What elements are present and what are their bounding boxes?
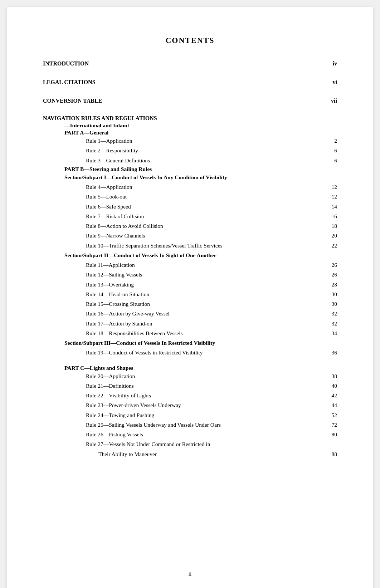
rule3-page: 6 bbox=[323, 156, 337, 165]
toc-rule15: Rule 15—Crossing Situation 30 bbox=[43, 300, 337, 308]
rule11-page: 26 bbox=[323, 261, 337, 269]
toc-rule19: Rule 19—Conduct of Vessels in Restricted… bbox=[43, 348, 337, 357]
toc-rule26: Rule 26—Fishing Vessels 80 bbox=[43, 430, 337, 438]
conversion-section: CONVERSION TABLE vii bbox=[43, 97, 337, 105]
rule12-label: Rule 12—Sailing Vessels bbox=[86, 270, 323, 279]
rule15-page: 30 bbox=[323, 300, 337, 308]
rule1-page: 2 bbox=[323, 137, 337, 145]
toc-rule27-line2: Their Ability to Maneuver 88 bbox=[43, 450, 337, 458]
toc-rule3: Rule 3—General Definitions 6 bbox=[43, 156, 337, 165]
rule1-label: Rule 1—Application bbox=[86, 137, 323, 145]
rule16-page: 32 bbox=[323, 309, 337, 318]
toc-rule12: Rule 12—Sailing Vessels 26 bbox=[43, 270, 337, 279]
rule9-page: 20 bbox=[323, 231, 337, 240]
rule23-page: 44 bbox=[323, 401, 337, 409]
rule12-page: 26 bbox=[323, 270, 337, 279]
rule10-label: Rule 10—Traffic Separation Schemes/Vesse… bbox=[86, 241, 323, 250]
rule25-label: Rule 25—Sailing Vessels Underway and Ves… bbox=[86, 421, 323, 429]
rule13-label: Rule 13—Overtaking bbox=[86, 280, 323, 289]
rule22-label: Rule 22—Visibility of Lights bbox=[86, 391, 323, 400]
part-c-rules: Rule 20—Application 38 Rule 21—Definitio… bbox=[43, 372, 337, 458]
toc-introduction: INTRODUCTION iv bbox=[43, 59, 337, 68]
rule15-label: Rule 15—Crossing Situation bbox=[86, 300, 323, 308]
toc-rule7: Rule 7—Risk of Collision 16 bbox=[43, 212, 337, 220]
rule14-label: Rule 14—Head-on Situation bbox=[86, 290, 323, 298]
part-b-header: PART B—Steering and Sailing Rules bbox=[43, 166, 337, 172]
legal-section: LEGAL CITATIONS vi bbox=[43, 78, 337, 87]
toc-rule18: Rule 18—Responsibilities Between Vessels… bbox=[43, 329, 337, 337]
intro-label: INTRODUCTION bbox=[43, 59, 323, 68]
rule5-label: Rule 5—Look-out bbox=[86, 192, 323, 201]
toc-rule10: Rule 10—Traffic Separation Schemes/Vesse… bbox=[43, 241, 337, 250]
rule27-line1-label: Rule 27—Vessels Not Under Command or Res… bbox=[86, 440, 323, 448]
rule2-label: Rule 2—Responsibility bbox=[86, 146, 323, 155]
toc-rule25: Rule 25—Sailing Vessels Underway and Ves… bbox=[43, 421, 337, 429]
part-c-header: PART C—Lights and Shapes bbox=[43, 365, 337, 371]
rule23-label: Rule 23—Power-driven Vessels Underway bbox=[86, 401, 323, 409]
spacer1 bbox=[43, 358, 337, 365]
rule5-page: 12 bbox=[323, 192, 337, 201]
toc-rule13: Rule 13—Overtaking 28 bbox=[43, 280, 337, 289]
toc-rule21: Rule 21—Definitions 40 bbox=[43, 382, 337, 390]
toc-legal: LEGAL CITATIONS vi bbox=[43, 78, 337, 87]
page-footer: ii bbox=[7, 571, 373, 577]
toc-rule14: Rule 14—Head-on Situation 30 bbox=[43, 290, 337, 298]
rule13-page: 28 bbox=[323, 280, 337, 289]
footer-page-num: ii bbox=[189, 571, 192, 577]
conversion-page: vii bbox=[323, 97, 337, 105]
rule10-page: 22 bbox=[323, 241, 337, 250]
nav-rules-subheader: —International and Inland bbox=[43, 122, 337, 129]
rule11-label: Rule 11—Application bbox=[86, 261, 323, 269]
rule27-line2-label: Their Ability to Maneuver bbox=[98, 450, 323, 458]
legal-label: LEGAL CITATIONS bbox=[43, 78, 323, 87]
rule19-label: Rule 19—Conduct of Vessels in Restricted… bbox=[86, 348, 323, 357]
toc-rule24: Rule 24—Towing and Pushing 52 bbox=[43, 411, 337, 419]
toc-rule2: Rule 2—Responsibility 6 bbox=[43, 146, 337, 155]
rule19-page: 36 bbox=[323, 348, 337, 357]
rule18-label: Rule 18—Responsibilities Between Vessels bbox=[86, 329, 323, 337]
rule26-label: Rule 26—Fishing Vessels bbox=[86, 430, 323, 438]
contents-title: CONTENTS bbox=[43, 36, 337, 45]
rule17-label: Rule 17—Action by Stand-on bbox=[86, 319, 323, 328]
toc-rule8: Rule 8—Action to Avoid Collision 18 bbox=[43, 222, 337, 230]
rule22-page: 42 bbox=[323, 391, 337, 400]
page: CONTENTS INTRODUCTION iv LEGAL CITATIONS… bbox=[7, 7, 373, 588]
rule3-label: Rule 3—General Definitions bbox=[86, 156, 323, 165]
rule26-page: 80 bbox=[323, 430, 337, 438]
conversion-label: CONVERSION TABLE bbox=[43, 97, 323, 105]
section1-label: Section/Subpart I—Conduct of Vessels In … bbox=[64, 173, 337, 181]
section3-label: Section/Subpart III—Conduct of Vessels I… bbox=[64, 339, 337, 347]
rule20-label: Rule 20—Application bbox=[86, 372, 323, 380]
section1-rules: Rule 4—Application 12 Rule 5—Look-out 12… bbox=[43, 183, 337, 250]
rule17-page: 32 bbox=[323, 319, 337, 328]
toc-rule1: Rule 1—Application 2 bbox=[43, 137, 337, 145]
section1-header: Section/Subpart I—Conduct of Vessels In … bbox=[43, 173, 337, 181]
toc-rule6: Rule 6—Safe Speed 14 bbox=[43, 202, 337, 211]
rule7-label: Rule 7—Risk of Collision bbox=[86, 212, 323, 220]
rule14-page: 30 bbox=[323, 290, 337, 298]
toc-conversion: CONVERSION TABLE vii bbox=[43, 97, 337, 105]
section3-rules: Rule 19—Conduct of Vessels in Restricted… bbox=[43, 348, 337, 357]
rule25-page: 72 bbox=[323, 421, 337, 429]
toc-rule16: Rule 16—Action by Give-way Vessel 32 bbox=[43, 309, 337, 318]
section2-rules: Rule 11—Application 26 Rule 12—Sailing V… bbox=[43, 261, 337, 337]
part-a-rules: Rule 1—Application 2 Rule 2—Responsibili… bbox=[43, 137, 337, 165]
rule9-label: Rule 9—Narrow Channels bbox=[86, 231, 323, 240]
toc-rule27-line1: Rule 27—Vessels Not Under Command or Res… bbox=[43, 440, 337, 448]
section2-label: Section/Subpart II—Conduct of Vessels In… bbox=[64, 251, 337, 259]
rule8-label: Rule 8—Action to Avoid Collision bbox=[86, 222, 323, 230]
rule7-page: 16 bbox=[323, 212, 337, 220]
intro-section: INTRODUCTION iv bbox=[43, 59, 337, 68]
nav-rules-header: NAVIGATION RULES AND REGULATIONS bbox=[43, 115, 337, 122]
intro-page: iv bbox=[323, 59, 337, 68]
rule16-label: Rule 16—Action by Give-way Vessel bbox=[86, 309, 323, 318]
rule21-page: 40 bbox=[323, 382, 337, 390]
nav-rules-section: NAVIGATION RULES AND REGULATIONS —Intern… bbox=[43, 115, 337, 458]
toc-rule17: Rule 17—Action by Stand-on 32 bbox=[43, 319, 337, 328]
rule2-page: 6 bbox=[323, 146, 337, 155]
toc-rule9: Rule 9—Narrow Channels 20 bbox=[43, 231, 337, 240]
rule6-label: Rule 6—Safe Speed bbox=[86, 202, 323, 211]
rule24-label: Rule 24—Towing and Pushing bbox=[86, 411, 323, 419]
rule21-label: Rule 21—Definitions bbox=[86, 382, 323, 390]
rule6-page: 14 bbox=[323, 202, 337, 211]
